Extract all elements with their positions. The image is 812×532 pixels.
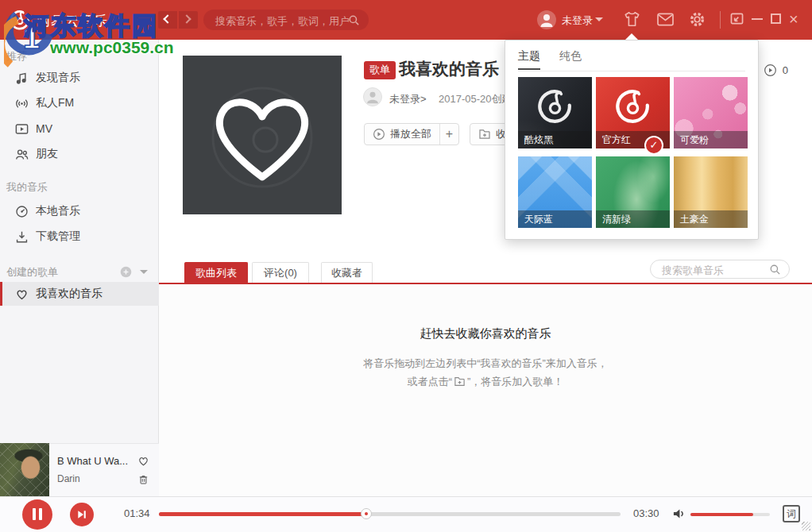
now-playing-title[interactable]: B What U Wa... xyxy=(57,455,132,467)
sidebar-item-discover-music[interactable]: 发现音乐 xyxy=(0,66,159,90)
play-circle-icon xyxy=(764,64,777,77)
video-play-icon xyxy=(14,121,29,137)
add-all-to-playlist-button[interactable]: + xyxy=(440,127,458,141)
tab-collectors[interactable]: 收藏者 xyxy=(321,262,373,283)
now-playing-info: B What U Wa... Darin xyxy=(49,443,159,496)
theme-name: 可爱粉 xyxy=(674,131,748,148)
user-avatar[interactable] xyxy=(537,10,556,29)
global-search-input[interactable]: 搜索音乐，歌手，歌词，用户 xyxy=(203,10,369,30)
theme-tile-sky-blue[interactable]: 天际蓝 xyxy=(518,156,592,228)
titlebar-divider xyxy=(720,11,721,29)
search-icon xyxy=(348,14,360,26)
playlist-cover[interactable] xyxy=(183,56,342,214)
play-all-button[interactable]: 播放全部 xyxy=(365,124,439,145)
next-track-icon xyxy=(75,508,88,521)
sidebar-item-liked-music[interactable]: 我喜欢的音乐 xyxy=(0,282,159,306)
netease-logo-icon[interactable] xyxy=(10,10,30,30)
now-playing-artist[interactable]: Darin xyxy=(57,473,80,484)
volume-fill xyxy=(690,513,753,516)
close-icon[interactable]: × xyxy=(789,10,798,29)
tab-theme[interactable]: 主题 xyxy=(518,49,540,70)
like-song-heart-icon[interactable] xyxy=(137,454,150,471)
progress-fill xyxy=(159,512,366,516)
now-playing-panel: B What U Wa... Darin xyxy=(0,443,159,496)
popup-caret xyxy=(625,33,638,40)
theme-popup-tabs: 主题 纯色 xyxy=(518,49,582,70)
section-created-playlists: 创建的歌单 xyxy=(6,265,58,279)
section-my-music: 我的音乐 xyxy=(6,180,48,195)
volume-speaker-icon[interactable] xyxy=(671,506,687,525)
creator-name[interactable]: 未登录> xyxy=(389,92,427,106)
theme-tile-fresh-green[interactable]: 清新绿 xyxy=(596,156,670,228)
global-search-placeholder: 搜索音乐，歌手，歌词，用户 xyxy=(215,14,350,29)
sidebar: 推荐 发现音乐 私人FM MV 朋友 我的音乐 本地音乐 下载管理 创建的歌单 xyxy=(0,40,159,496)
download-icon xyxy=(14,229,29,245)
delete-song-trash-icon[interactable] xyxy=(137,473,149,489)
app-title: 网易云音乐 xyxy=(37,12,108,30)
pause-button[interactable] xyxy=(22,499,52,530)
login-status-label[interactable]: 未登录 xyxy=(562,13,593,28)
player-bar: 01:34 03:30 词 xyxy=(0,496,812,532)
tab-solid-color[interactable]: 纯色 xyxy=(559,49,582,70)
folder-add-icon xyxy=(454,376,466,390)
playlist-type-badge: 歌单 xyxy=(364,61,396,79)
popup-divider xyxy=(518,71,745,71)
play-circle-icon xyxy=(373,128,385,141)
user-caret-down-icon[interactable] xyxy=(595,17,603,21)
back-button[interactable] xyxy=(158,11,177,29)
play-count-value: 0 xyxy=(783,64,788,76)
minimize-icon[interactable] xyxy=(752,18,763,20)
selected-check-icon: ✓ xyxy=(644,136,663,155)
maximize-icon[interactable] xyxy=(771,13,781,24)
progress-bar[interactable] xyxy=(159,512,621,516)
play-count: 0 xyxy=(764,64,788,77)
creator-avatar[interactable] xyxy=(363,87,382,106)
playlist-search-placeholder: 搜索歌单音乐 xyxy=(662,264,724,278)
volume-slider[interactable] xyxy=(690,513,770,516)
tab-song-list[interactable]: 歌曲列表 xyxy=(184,262,248,283)
sidebar-item-personal-fm[interactable]: 私人FM xyxy=(0,91,159,115)
theme-popup: 主题 纯色 酷炫黑 官方红 ✓ 可爱粉 天际蓝 清新绿 xyxy=(505,40,759,240)
sidebar-item-friends[interactable]: 朋友 xyxy=(0,142,159,166)
forward-button[interactable] xyxy=(179,11,198,29)
theme-tile-rich-gold[interactable]: 土豪金 xyxy=(674,156,748,228)
theme-name: 土豪金 xyxy=(674,210,748,228)
netease-logo-icon xyxy=(537,88,573,124)
sidebar-item-mv[interactable]: MV xyxy=(0,117,159,141)
folder-add-icon xyxy=(478,128,491,141)
theme-name: 酷炫黑 xyxy=(518,131,592,148)
song-list-empty-state: 赶快去收藏你喜欢的音乐 将音乐拖动到左边列表中“我喜欢的音乐”来加入音乐， 或者… xyxy=(159,284,812,496)
search-icon xyxy=(769,264,781,276)
now-playing-album-art[interactable] xyxy=(0,443,49,496)
section-recommend: 推荐 xyxy=(6,49,27,64)
theme-tile-cute-pink[interactable]: 可爱粉 xyxy=(674,77,748,148)
empty-state-hint-2: 或者点击“”，将音乐加入歌单！ xyxy=(159,375,812,390)
theme-tile-cool-black[interactable]: 酷炫黑 xyxy=(518,77,592,148)
total-duration: 03:30 xyxy=(633,507,659,519)
radio-waves-icon xyxy=(14,96,29,111)
collapse-caret-icon[interactable] xyxy=(140,270,148,274)
lyrics-button[interactable]: 词 xyxy=(783,505,800,522)
sidebar-item-download-manager[interactable]: 下载管理 xyxy=(0,225,159,249)
netease-logo-icon xyxy=(615,88,651,124)
tab-comments[interactable]: 评论(0) xyxy=(252,262,309,283)
theme-tile-official-red[interactable]: 官方红 ✓ xyxy=(596,77,670,148)
add-playlist-icon[interactable] xyxy=(119,265,133,279)
playlist-title: 我喜欢的音乐 xyxy=(399,58,499,80)
titlebar: 网易云音乐 搜索音乐，歌手，歌词，用户 未登录 × xyxy=(0,0,812,40)
next-track-button[interactable] xyxy=(70,503,94,526)
elapsed-time: 01:34 xyxy=(124,507,150,519)
empty-state-title: 赶快去收藏你喜欢的音乐 xyxy=(159,326,812,341)
resize-grip[interactable] xyxy=(802,522,810,530)
theme-name: 天际蓝 xyxy=(518,210,592,228)
heart-icon xyxy=(14,287,29,302)
friends-icon xyxy=(14,147,29,162)
created-date: 2017-05-20创建 xyxy=(439,92,512,106)
local-disc-icon xyxy=(14,204,29,219)
theme-tiles: 酷炫黑 官方红 ✓ 可爱粉 天际蓝 清新绿 土豪金 xyxy=(518,77,748,228)
empty-state-hint-1: 将音乐拖动到左边列表中“我喜欢的音乐”来加入音乐， xyxy=(159,357,812,371)
sidebar-item-local-music[interactable]: 本地音乐 xyxy=(0,199,159,223)
progress-handle[interactable] xyxy=(361,508,372,519)
playlist-search-input[interactable]: 搜索歌单音乐 xyxy=(650,260,790,279)
theme-name: 清新绿 xyxy=(596,210,670,228)
